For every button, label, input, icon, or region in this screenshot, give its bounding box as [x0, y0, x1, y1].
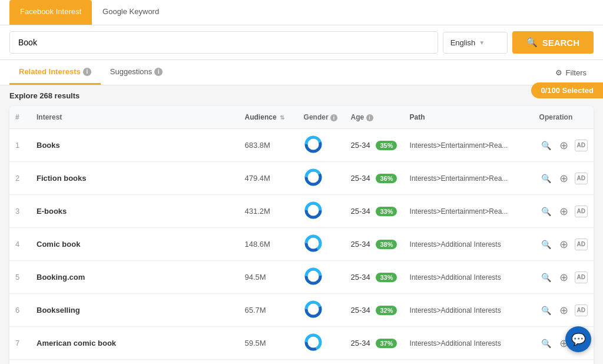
cell-path-4: Interests>Additional Interests	[404, 228, 534, 261]
add-icon-5[interactable]: ⊕	[557, 270, 571, 284]
cell-audience-4: 148.6M	[239, 228, 298, 261]
cell-gender-5	[298, 261, 345, 294]
magnify-icon-7[interactable]: 🔍	[539, 336, 554, 350]
ad-icon-5[interactable]: AD	[575, 272, 588, 283]
cell-age-2: 25-34 36%	[345, 162, 404, 195]
chevron-down-icon: ▼	[479, 39, 485, 46]
cell-path-6: Interests>Additional Interests	[404, 294, 534, 327]
cell-num-7: 7	[9, 327, 31, 360]
main-tabs: Facebook Interest Google Keyword	[0, 0, 603, 25]
cell-num-3: 3	[9, 195, 31, 228]
magnify-icon-5[interactable]: 🔍	[539, 270, 554, 284]
col-header-age: Age i	[345, 106, 404, 129]
magnify-icon-6[interactable]: 🔍	[539, 303, 554, 317]
cell-age-6: 25-34 32%	[345, 294, 404, 327]
add-icon-4[interactable]: ⊕	[557, 237, 571, 252]
chat-icon: 💬	[571, 332, 586, 346]
col-header-interest: Interest	[31, 106, 239, 129]
magnify-icon-4[interactable]: 🔍	[539, 237, 554, 252]
sub-tab-related[interactable]: Related Interests i	[9, 60, 101, 85]
cell-op-8: 🔍 ⊕ AD	[534, 360, 594, 365]
cell-audience-5: 94.5M	[239, 261, 298, 294]
ad-icon-6[interactable]: AD	[575, 305, 588, 316]
cell-age-8: 25-34 24%	[345, 360, 404, 365]
cell-num-5: 5	[9, 261, 31, 294]
cell-audience-2: 479.4M	[239, 162, 298, 195]
cell-audience-1: 683.8M	[239, 129, 298, 162]
cell-interest-1: Books	[31, 129, 239, 162]
cell-gender-3	[298, 195, 345, 228]
related-info-icon: i	[83, 68, 91, 76]
ad-icon-2[interactable]: AD	[575, 173, 588, 184]
tab-facebook-interest[interactable]: Facebook Interest	[9, 0, 92, 25]
search-bar: English ▼ 🔍 SEARCH	[0, 25, 603, 60]
cell-num-6: 6	[9, 294, 31, 327]
col-header-audience[interactable]: Audience ⇅	[239, 106, 298, 129]
magnify-icon-3[interactable]: 🔍	[539, 204, 554, 219]
cell-gender-1	[298, 129, 345, 162]
cell-path-8: Interests>Additional Interests	[404, 360, 534, 365]
cell-audience-6: 65.7M	[239, 294, 298, 327]
results-bar: Explore 268 results	[0, 85, 603, 106]
sub-tabs-left: Related Interests i Suggestions i	[9, 60, 172, 85]
filters-button[interactable]: ⚙ Filters	[548, 64, 594, 82]
ad-icon-1[interactable]: AD	[575, 140, 588, 151]
search-button[interactable]: 🔍 SEARCH	[512, 31, 594, 54]
ad-icon-3[interactable]: AD	[575, 206, 588, 217]
cell-age-3: 25-34 33%	[345, 195, 404, 228]
table-row: 3 E-books 431.2M 25-34 33% Interests>Ent…	[9, 195, 594, 228]
suggestions-info-icon: i	[154, 68, 163, 76]
add-icon-1[interactable]: ⊕	[557, 138, 571, 153]
sub-tab-suggestions[interactable]: Suggestions i	[101, 60, 173, 85]
add-icon-2[interactable]: ⊕	[557, 171, 571, 186]
cell-audience-7: 59.5M	[239, 327, 298, 360]
cell-interest-5: Booking.com	[31, 261, 239, 294]
cell-age-4: 25-34 38%	[345, 228, 404, 261]
cell-path-5: Interests>Additional Interests	[404, 261, 534, 294]
language-selector[interactable]: English ▼	[443, 32, 508, 54]
col-header-gender: Gender i	[298, 106, 345, 129]
table-body: 1 Books 683.8M 25-34 35% Interests>Enter…	[9, 129, 594, 365]
cell-op-2: 🔍 ⊕ AD	[534, 162, 594, 195]
cell-interest-6: Bookselling	[31, 294, 239, 327]
cell-audience-8: 57.4M	[239, 360, 298, 365]
cell-gender-7	[298, 327, 345, 360]
selected-badge: 0/100 Selected	[531, 82, 603, 98]
table-row: 6 Bookselling 65.7M 25-34 32% Interests>…	[9, 294, 594, 327]
chat-button[interactable]: 💬	[565, 326, 591, 352]
cell-op-3: 🔍 ⊕ AD	[534, 195, 594, 228]
cell-interest-7: American comic book	[31, 327, 239, 360]
cell-interest-8: Cookbook	[31, 360, 239, 365]
ad-icon-4[interactable]: AD	[575, 239, 588, 250]
tab-bar: Facebook Interest Google Keyword	[0, 0, 603, 25]
cell-interest-4: Comic book	[31, 228, 239, 261]
col-header-path: Path	[404, 106, 534, 129]
magnify-icon-2[interactable]: 🔍	[539, 171, 554, 186]
magnify-icon-1[interactable]: 🔍	[539, 138, 554, 153]
col-header-num: #	[9, 106, 31, 129]
table-row: 8 Cookbook 57.4M 25-34 24% Interests>Add…	[9, 360, 594, 365]
cell-op-6: 🔍 ⊕ AD	[534, 294, 594, 327]
cell-interest-3: E-books	[31, 195, 239, 228]
search-input[interactable]	[9, 31, 438, 54]
cell-path-2: Interests>Entertainment>Rea...	[404, 162, 534, 195]
results-count: Explore 268 results	[9, 91, 79, 100]
table-header: # Interest Audience ⇅ Gender i Age i Pat…	[9, 106, 594, 129]
cell-gender-2	[298, 162, 345, 195]
cell-num-1: 1	[9, 129, 31, 162]
col-header-operation: Operation	[534, 106, 594, 129]
cell-num-2: 2	[9, 162, 31, 195]
filter-icon: ⚙	[555, 68, 562, 77]
results-table-container: # Interest Audience ⇅ Gender i Age i Pat…	[9, 106, 594, 364]
table-row: 2 Fiction books 479.4M 25-34 36% Interes…	[9, 162, 594, 195]
cell-age-5: 25-34 33%	[345, 261, 404, 294]
add-icon-6[interactable]: ⊕	[557, 303, 571, 317]
table-row: 5 Booking.com 94.5M 25-34 33% Interests>…	[9, 261, 594, 294]
cell-interest-2: Fiction books	[31, 162, 239, 195]
table-row: 4 Comic book 148.6M 25-34 38% Interests>…	[9, 228, 594, 261]
tab-google-keyword[interactable]: Google Keyword	[92, 0, 170, 25]
add-icon-3[interactable]: ⊕	[557, 204, 571, 219]
cell-num-4: 4	[9, 228, 31, 261]
cell-num-8: 8	[9, 360, 31, 365]
cell-path-7: Interests>Additional Interests	[404, 327, 534, 360]
